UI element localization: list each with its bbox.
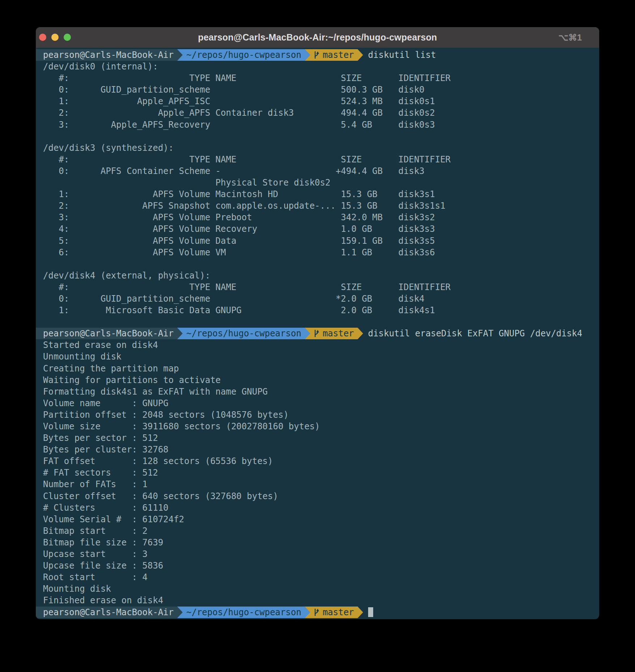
- prompt-user-host: pearson@Carls-MacBook-Air: [36, 49, 177, 61]
- terminal-output-line: Volume Serial # : 610724f2: [43, 514, 599, 525]
- terminal-output-line: 4: APFS Volume Recovery 1.0 GB disk3s3: [43, 223, 599, 235]
- terminal-output-line: 0: APFS Container Scheme - +494.4 GB dis…: [43, 165, 599, 177]
- prompt-git-branch: master: [310, 607, 358, 618]
- terminal-output-line: Formatting disk4s1 as ExFAT with name GN…: [43, 386, 599, 397]
- powerline-arrow-icon: [358, 49, 363, 61]
- terminal-output-line: Upcase file size : 5836: [43, 560, 599, 571]
- git-branch-icon: [313, 608, 320, 617]
- typed-command: diskutil eraseDisk ExFAT GNUPG /dev/disk…: [368, 328, 582, 339]
- shell-prompt-line: pearson@Carls-MacBook-Air~/repos/hugo-cw…: [36, 607, 599, 618]
- powerline-arrow-icon: [358, 607, 363, 618]
- powerline-arrow-icon: [177, 328, 183, 339]
- terminal-output-line: 3: Apple_APFS_Recovery 5.4 GB disk0s3: [43, 119, 599, 131]
- prompt-user-host: pearson@Carls-MacBook-Air: [36, 328, 177, 339]
- powerline-arrow-icon: [358, 328, 363, 339]
- terminal-output-line: /dev/disk0 (internal):: [43, 61, 599, 72]
- git-branch-icon: [313, 329, 320, 338]
- powerline-arrow-icon: [177, 49, 183, 61]
- prompt-git-branch: master: [310, 328, 358, 339]
- minimize-button[interactable]: [51, 34, 59, 41]
- terminal-output-line: Volume size : 3911680 sectors (200278016…: [43, 421, 599, 432]
- powerline-arrow-icon: [305, 607, 310, 618]
- terminal-output-line: 6: APFS Volume VM 1.1 GB disk3s6: [43, 247, 599, 258]
- fullscreen-button[interactable]: [64, 34, 71, 41]
- terminal-window: pearson@Carls-MacBook-Air:~/repos/hugo-c…: [36, 27, 599, 619]
- terminal-output-line: Waiting for partitions to activate: [43, 374, 599, 386]
- terminal-output-line: Physical Store disk0s2: [43, 177, 599, 188]
- shell-prompt-line: pearson@Carls-MacBook-Air~/repos/hugo-cw…: [36, 49, 599, 61]
- close-button[interactable]: [39, 34, 46, 41]
- terminal-output-line: Mounting disk: [43, 583, 599, 595]
- terminal-output-line: Root start : 4: [43, 571, 599, 583]
- terminal-output-line: Bitmap file size : 7639: [43, 537, 599, 548]
- terminal-output-line: FAT offset : 128 sectors (65536 bytes): [43, 455, 599, 467]
- terminal-output-line: 1: Apple_APFS_ISC 524.3 MB disk0s1: [43, 95, 599, 107]
- terminal-output-line: [43, 131, 599, 142]
- terminal-output-line: /dev/disk3 (synthesized):: [43, 142, 599, 154]
- terminal-output-line: [43, 258, 599, 270]
- window-shortcut-badge: ⌥⌘1: [558, 27, 582, 48]
- git-branch-label: master: [323, 328, 354, 339]
- terminal-output-line: #: TYPE NAME SIZE IDENTIFIER: [43, 281, 599, 293]
- terminal-output-line: Number of FATs : 1: [43, 479, 599, 490]
- terminal-output-line: Creating the partition map: [43, 363, 599, 374]
- terminal-content[interactable]: pearson@Carls-MacBook-Air~/repos/hugo-cw…: [36, 48, 599, 618]
- terminal-output-line: # Clusters : 61110: [43, 502, 599, 514]
- powerline-arrow-icon: [177, 607, 183, 618]
- terminal-output-line: 2: APFS Snapshot com.apple.os.update-...…: [43, 200, 599, 212]
- traffic-lights: [39, 34, 71, 41]
- shell-prompt-line: pearson@Carls-MacBook-Air~/repos/hugo-cw…: [36, 328, 599, 339]
- prompt-directory: ~/repos/hugo-cwpearson: [183, 49, 305, 61]
- terminal-output-line: Bytes per cluster: 32768: [43, 444, 599, 455]
- terminal-output-line: 3: APFS Volume Preboot 342.0 MB disk3s2: [43, 212, 599, 223]
- terminal-output-line: [43, 316, 599, 328]
- powerline-arrow-icon: [305, 328, 310, 339]
- desktop: { "window": { "title": "pearson@Carls-Ma…: [0, 0, 635, 672]
- powerline-arrow-icon: [305, 49, 310, 61]
- window-titlebar[interactable]: pearson@Carls-MacBook-Air:~/repos/hugo-c…: [36, 27, 599, 48]
- terminal-output-line: Unmounting disk: [43, 351, 599, 362]
- git-branch-label: master: [323, 49, 354, 61]
- terminal-output-line: Upcase start : 3: [43, 548, 599, 560]
- typed-command: diskutil list: [368, 49, 436, 61]
- terminal-output-line: Partition offset : 2048 sectors (1048576…: [43, 409, 599, 421]
- terminal-output-line: 5: APFS Volume Data 159.1 GB disk3s5: [43, 235, 599, 247]
- terminal-output-line: Started erase on disk4: [43, 339, 599, 351]
- prompt-directory: ~/repos/hugo-cwpearson: [183, 328, 305, 339]
- terminal-output-line: 1: APFS Volume Macintosh HD 15.3 GB disk…: [43, 188, 599, 200]
- prompt-git-branch: master: [310, 49, 358, 61]
- terminal-output-line: #: TYPE NAME SIZE IDENTIFIER: [43, 154, 599, 165]
- terminal-output-line: Cluster offset : 640 sectors (327680 byt…: [43, 490, 599, 502]
- terminal-output-line: Volume name : GNUPG: [43, 397, 599, 409]
- git-branch-label: master: [323, 607, 354, 618]
- terminal-output-line: 0: GUID_partition_scheme 500.3 GB disk0: [43, 84, 599, 95]
- terminal-output-line: /dev/disk4 (external, physical):: [43, 270, 599, 281]
- terminal-cursor: [368, 607, 373, 617]
- window-title: pearson@Carls-MacBook-Air:~/repos/hugo-c…: [198, 32, 437, 43]
- terminal-output-line: Finished erase on disk4: [43, 595, 599, 606]
- terminal-output-line: 2: Apple_APFS Container disk3 494.4 GB d…: [43, 107, 599, 119]
- terminal-output-line: #: TYPE NAME SIZE IDENTIFIER: [43, 72, 599, 84]
- prompt-user-host: pearson@Carls-MacBook-Air: [36, 607, 177, 618]
- terminal-output-line: # FAT sectors : 512: [43, 467, 599, 479]
- prompt-directory: ~/repos/hugo-cwpearson: [183, 607, 305, 618]
- terminal-output-line: 1: Microsoft Basic Data GNUPG 2.0 GB dis…: [43, 305, 599, 316]
- terminal-output-line: 0: GUID_partition_scheme *2.0 GB disk4: [43, 293, 599, 305]
- git-branch-icon: [313, 51, 320, 59]
- terminal-output-line: Bytes per sector : 512: [43, 432, 599, 444]
- terminal-output-line: Bitmap start : 2: [43, 525, 599, 537]
